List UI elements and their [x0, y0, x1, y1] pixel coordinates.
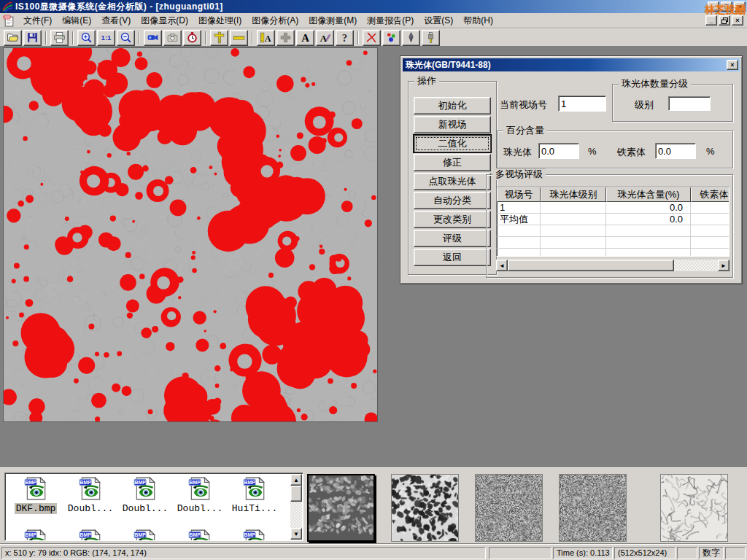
brush-icon[interactable] [422, 30, 440, 46]
menu-item-3[interactable]: 查看(V) [96, 14, 136, 27]
dialog-button-3[interactable]: 二值化 [414, 135, 491, 152]
particle-mark-icon[interactable] [382, 30, 400, 46]
register-cross-icon[interactable] [276, 30, 295, 46]
vscroll-thumb[interactable] [290, 486, 302, 502]
file-item-row2[interactable]: BMP [119, 529, 171, 541]
measure-text-icon[interactable]: A [257, 30, 275, 46]
file-item-row2[interactable]: BMP [64, 529, 117, 541]
rating-table[interactable]: 视场号珠光体级别珠光体含量(%)铁素体含量(%)10.0平均值0.0 [496, 187, 729, 257]
thumbnail-5[interactable] [660, 474, 728, 542]
percent-group: 百分含量 珠光体 铁素体 % % [497, 131, 733, 168]
thumbnail-2[interactable] [391, 474, 459, 542]
menu-item-5[interactable]: 图像处理(I) [193, 14, 247, 27]
text-icon[interactable]: A [296, 30, 314, 46]
file-item-row2[interactable]: BMP [9, 529, 62, 541]
thumbnail-3[interactable] [475, 474, 543, 542]
file-item-doubl-[interactable]: BMPDoubl... [174, 476, 226, 514]
file-browser[interactable]: ▲ ▼ BMPDKF.bmpBMPDoubl...BMPDoubl...BMPD… [4, 472, 303, 541]
svg-text:DOC: DOC [4, 16, 10, 19]
maximize-button[interactable]: □ [721, 1, 732, 12]
menu-items: 文件(F)编辑(E)查看(V)图像显示(D)图像处理(I)图像分析(A)图像测量… [18, 15, 498, 27]
table-cell: 1 [497, 202, 541, 213]
dialog-button-1[interactable]: 初始化 [414, 97, 491, 114]
hscroll-thumb[interactable] [508, 260, 674, 271]
file-item-row2[interactable]: BMP [228, 529, 281, 541]
table-header-2[interactable]: 珠光体级别 [541, 187, 606, 202]
menu-item-10[interactable]: 帮助(H) [458, 14, 498, 27]
open-icon[interactable] [4, 30, 22, 46]
mdi-controls: _ × [705, 15, 747, 26]
menu-item-2[interactable]: 编辑(E) [57, 14, 96, 27]
table-header-1[interactable]: 视场号 [497, 187, 541, 202]
table-hscrollbar[interactable]: ◄ ► [496, 260, 729, 271]
mdi-minimize-button[interactable]: _ [705, 15, 717, 26]
mdi-close-button[interactable]: × [732, 15, 743, 26]
table-row[interactable] [497, 225, 729, 237]
dialog-button-8[interactable]: 评级 [414, 230, 491, 247]
minimize-button[interactable]: _ [708, 1, 719, 12]
dialog-button-6[interactable]: 自动分类 [414, 192, 491, 209]
dialog-close-icon[interactable]: × [727, 60, 738, 70]
ferrite-percent-input[interactable] [655, 143, 696, 159]
mdi-restore-button[interactable] [719, 15, 730, 26]
dialog-button-4[interactable]: 修正 [414, 154, 491, 171]
menu-item-7[interactable]: 图像测量(M) [303, 14, 362, 27]
help-icon[interactable]: ? [336, 30, 354, 46]
table-header-3[interactable]: 珠光体含量(%) [606, 187, 691, 202]
scroll-up-icon[interactable]: ▲ [290, 474, 302, 486]
scroll-left-icon[interactable]: ◄ [496, 260, 508, 271]
table-row[interactable] [497, 237, 729, 249]
toolbar: 1:1AAA? [0, 29, 747, 47]
scroll-down-icon[interactable]: ▼ [290, 528, 302, 540]
table-row[interactable] [497, 249, 729, 257]
dialog-button-7[interactable]: 更改类别 [414, 211, 491, 228]
file-vscrollbar[interactable]: ▲ ▼ [290, 474, 302, 540]
video-camera-icon[interactable] [144, 30, 162, 46]
menu-item-6[interactable]: 图像分析(A) [247, 14, 303, 27]
curve-cut-icon[interactable] [363, 30, 381, 46]
grade-input[interactable] [668, 96, 711, 111]
document-icon[interactable]: DOC [3, 15, 15, 27]
actual-size-icon[interactable]: 1:1 [97, 30, 115, 46]
file-item-dkf-bmp[interactable]: BMPDKF.bmp [9, 476, 62, 514]
menu-item-8[interactable]: 测量报告(P) [362, 14, 419, 27]
scroll-right-icon[interactable]: ► [718, 260, 729, 271]
caliper-icon[interactable] [210, 30, 228, 46]
save-icon[interactable] [23, 30, 42, 46]
file-item-huiti-[interactable]: BMPHuiTi... [228, 476, 281, 514]
menu-item-1[interactable]: 文件(F) [18, 14, 57, 27]
table-header-4[interactable]: 铁素体含量(%) [691, 187, 729, 202]
zoom-in-icon[interactable] [77, 30, 96, 46]
svg-text:BMP: BMP [189, 532, 201, 537]
dialog-title-bar[interactable]: 珠光体(GB/T9441-88) × [403, 58, 740, 71]
pearlite-percent-input[interactable] [538, 143, 579, 159]
thumbnail-1[interactable] [307, 474, 375, 542]
file-item-doubl-[interactable]: BMPDoubl... [119, 476, 171, 514]
thumbnail-image [392, 475, 458, 541]
camera-icon[interactable] [163, 30, 182, 46]
thumbnail-4[interactable] [559, 474, 627, 542]
file-item-doubl-[interactable]: BMPDoubl... [64, 476, 117, 514]
toolbar-separator [357, 31, 359, 44]
annotate-icon[interactable]: A [316, 30, 334, 46]
current-field-input[interactable] [558, 96, 606, 112]
svg-text:A: A [320, 34, 328, 44]
menu-item-4[interactable]: 图像显示(D) [136, 14, 193, 27]
micrograph-image[interactable] [3, 47, 378, 422]
table-row[interactable]: 平均值0.0 [497, 214, 729, 225]
table-row[interactable]: 10.0 [497, 202, 729, 214]
dialog-button-9[interactable]: 返回 [414, 249, 491, 266]
zoom-out-icon[interactable] [117, 30, 135, 46]
file-label: DKF.bmp [15, 503, 58, 514]
dialog-button-5[interactable]: 点取珠光体 [414, 173, 491, 190]
table-cell [541, 237, 606, 248]
pen-icon[interactable] [402, 30, 420, 46]
menu-item-9[interactable]: 设置(S) [419, 14, 458, 27]
ruler-icon[interactable] [230, 30, 248, 46]
close-button[interactable]: × [734, 1, 746, 12]
print-icon[interactable] [50, 30, 69, 46]
file-item-row2[interactable]: BMP [174, 529, 226, 541]
operation-group-label: 操作 [414, 75, 439, 87]
timer-icon[interactable] [183, 30, 201, 46]
dialog-button-2[interactable]: 新视场 [414, 116, 491, 133]
